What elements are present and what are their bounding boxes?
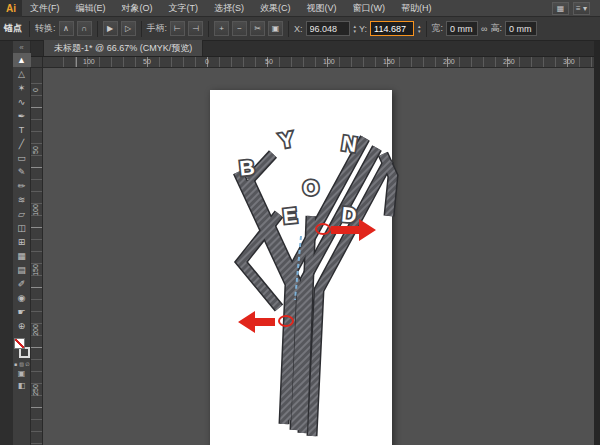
show-handles-icon[interactable]: ⊢ <box>170 21 185 36</box>
width-label: 宽: <box>432 22 444 35</box>
rectangle-tool-button[interactable]: ▭ <box>13 151 31 165</box>
convert-to-smooth-icon[interactable]: ∩ <box>77 21 92 36</box>
app-frame-strip <box>0 41 13 445</box>
link-dimensions-icon[interactable]: ∞ <box>481 24 487 34</box>
ruler-number: 250 <box>32 380 42 400</box>
height-input[interactable] <box>505 21 537 36</box>
line-segment-tool-button[interactable]: ╱ <box>13 137 31 151</box>
letter-o: O <box>302 175 320 199</box>
ruler-number: 100 <box>32 200 42 220</box>
vertical-ruler[interactable]: 0 50 100 150 200 250 <box>31 68 43 445</box>
canvas-pasteboard[interactable]: B E Y O N D <box>43 68 594 445</box>
separator <box>141 21 142 37</box>
lasso-tool-button[interactable]: ∿ <box>13 95 31 109</box>
ruler-number: 0 <box>32 80 42 100</box>
separator <box>97 21 98 37</box>
menu-select[interactable]: 选择(S) <box>206 0 252 17</box>
ruler-number: 150 <box>32 260 42 280</box>
ruler-number: 300 <box>563 58 575 65</box>
hand-tool-button[interactable]: ☛ <box>13 305 31 319</box>
ruler-number: 100 <box>323 58 335 65</box>
hide-handles-icon[interactable]: ⊣ <box>188 21 203 36</box>
add-anchor-icon[interactable]: + <box>214 21 229 36</box>
menu-effect[interactable]: 效果(C) <box>252 0 299 17</box>
direct-selection-tool-button[interactable]: △ <box>13 67 31 81</box>
workspace-switcher-icon[interactable]: ≡ ▾ <box>573 2 590 15</box>
fill-swatch[interactable] <box>14 338 25 349</box>
perspective-grid-tool-button[interactable]: ⊞ <box>13 235 31 249</box>
letter-b: B <box>238 155 255 179</box>
cut-path-icon[interactable]: ✂ <box>250 21 265 36</box>
width-input[interactable] <box>446 21 478 36</box>
blend-tool-button[interactable]: ◉ <box>13 291 31 305</box>
fill-stroke-swatches <box>13 337 31 359</box>
ruler-number: 200 <box>443 58 455 65</box>
ruler-number: 150 <box>383 58 395 65</box>
x-coordinate-input[interactable] <box>306 21 350 36</box>
letter-d: D <box>340 202 357 226</box>
zoom-tool-button[interactable]: ⊕ <box>13 319 31 333</box>
mesh-tool-button[interactable]: ▦ <box>13 249 31 263</box>
menu-bar: Ai 文件(F) 编辑(E) 对象(O) 文字(T) 选择(S) 效果(C) 视… <box>0 0 600 17</box>
left-arrow <box>238 311 275 333</box>
horizontal-ruler[interactable]: 100 50 0 50 100 150 200 250 300 <box>43 57 594 68</box>
menu-view[interactable]: 视图(V) <box>299 0 345 17</box>
arrange-documents-icon[interactable]: ▦ <box>552 2 569 15</box>
ruler-number: 50 <box>143 58 151 65</box>
eyedropper-tool-button[interactable]: ✐ <box>13 277 31 291</box>
menu-file[interactable]: 文件(F) <box>22 0 68 17</box>
pencil-tool-button[interactable]: ✏ <box>13 179 31 193</box>
x-stepper-icon[interactable]: ▴▾ <box>354 24 357 34</box>
y-coordinate-input[interactable] <box>370 21 414 36</box>
selection-tool-button[interactable]: ▲ <box>13 53 31 67</box>
ruler-number: 100 <box>83 58 95 65</box>
separator <box>29 21 30 37</box>
drawing-mode-icon[interactable]: ▣ <box>13 367 31 379</box>
ruler-number: 50 <box>32 140 42 160</box>
shape-builder-tool-button[interactable]: ◫ <box>13 221 31 235</box>
magic-wand-tool-button[interactable]: ✶ <box>13 81 31 95</box>
convert-label: 转换: <box>35 22 56 35</box>
toolbar-collapse-icon[interactable]: « <box>13 41 31 53</box>
menu-object[interactable]: 对象(O) <box>114 0 161 17</box>
pen-tool-button[interactable]: ✒ <box>13 109 31 123</box>
ruler-number: 200 <box>32 320 42 340</box>
control-bar-title: 锚点 <box>4 22 24 35</box>
ruler-number: 50 <box>265 58 273 65</box>
illustrator-window: Ai 文件(F) 编辑(E) 对象(O) 文字(T) 选择(S) 效果(C) 视… <box>0 0 600 445</box>
menu-edit[interactable]: 编辑(E) <box>68 0 114 17</box>
ruler-origin-corner[interactable] <box>31 57 43 68</box>
x-label: X: <box>294 24 303 34</box>
height-label: 高: <box>491 22 503 35</box>
width-tool-button[interactable]: ≋ <box>13 193 31 207</box>
document-tab[interactable]: 未标题-1* @ 66.67% (CMYK/预览) <box>43 40 203 56</box>
y-label: Y: <box>359 24 367 34</box>
screen-mode-icon[interactable]: ◧ <box>13 379 31 391</box>
letter-e: E <box>282 203 298 227</box>
ai-logo-icon[interactable]: Ai <box>0 0 22 17</box>
control-bar: 锚点 转换: ∧ ∩ ▶ ▷ 手柄: ⊢ ⊣ + − ✂ ▣ X: ▴▾ Y: … <box>0 17 600 41</box>
isolate-selection-icon[interactable]: ▣ <box>268 21 283 36</box>
menu-type[interactable]: 文字(T) <box>161 0 207 17</box>
select-next-anchor-icon[interactable]: ▷ <box>121 21 136 36</box>
free-transform-tool-button[interactable]: ▱ <box>13 207 31 221</box>
type-tool-button[interactable]: T <box>13 123 31 137</box>
separator <box>288 21 289 37</box>
separator <box>208 21 209 37</box>
menu-window[interactable]: 窗口(W) <box>345 0 394 17</box>
menubar-right-controls: ▦ ≡ ▾ <box>552 2 600 15</box>
separator <box>426 21 427 37</box>
ruler-number: 0 <box>205 58 209 65</box>
paintbrush-tool-button[interactable]: ✎ <box>13 165 31 179</box>
convert-to-corner-icon[interactable]: ∧ <box>59 21 74 36</box>
tools-panel: « ▲ △ ✶ ∿ ✒ T ╱ ▭ ✎ ✏ ≋ ▱ ◫ ⊞ ▦ ▤ ✐ ◉ ☛ … <box>13 41 31 445</box>
menu-help[interactable]: 帮助(H) <box>393 0 440 17</box>
select-previous-anchor-icon[interactable]: ▶ <box>103 21 118 36</box>
ruler-number: 250 <box>503 58 515 65</box>
beyond-artwork[interactable]: B E Y O N D <box>43 68 594 445</box>
gradient-tool-button[interactable]: ▤ <box>13 263 31 277</box>
handles-label: 手柄: <box>147 22 168 35</box>
remove-anchor-icon[interactable]: − <box>232 21 247 36</box>
y-stepper-icon[interactable]: ▴▾ <box>418 24 421 34</box>
panel-dock-collapsed <box>594 41 600 445</box>
